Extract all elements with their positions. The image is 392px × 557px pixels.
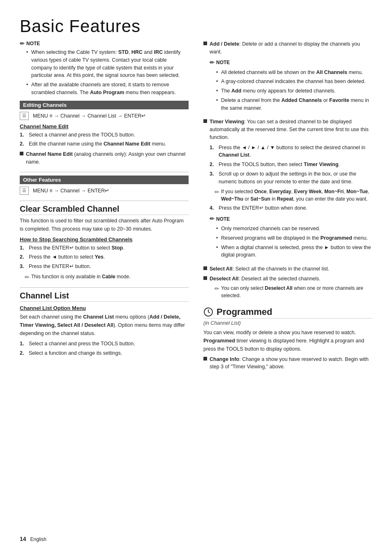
in-channel-list: (in Channel List) [203,320,372,326]
note-icon-timer: ✏ [214,188,219,196]
timer-viewing-step4: 4.Press the ENTER↵ button when done. [210,204,372,212]
clock-icon [203,307,213,317]
programmed-body: You can view, modify or delete a show yo… [203,328,372,353]
add-delete-item: Add / Delete: Delete or add a channel to… [203,40,372,116]
timer-repeat-note: ✏ If you selected Once, Everyday, Every … [214,188,372,203]
timer-viewing-steps: 1.Press the ◄ / ► / ▲ / ▼ buttons to sel… [210,144,372,186]
stop-step-1: 1.Press the ENTER↵ button to select Stop… [20,244,189,252]
divider-2 [20,201,189,201]
cable-mode-note: ✏ This function is only available in Cab… [25,273,189,282]
editing-channels-menu: ☰ MENU ≡ → Channel → Channel List → ENTE… [20,112,189,120]
tv-step-2: 2.Press the TOOLS button, then select Ti… [210,161,372,169]
square-bullet-select-all [203,266,207,270]
tv-step-3: 3.Scroll up or down to adjust the settin… [210,170,372,186]
timer-note-block: ✏ NOTE Only memorized channels can be re… [210,215,372,259]
stop-scrambled-heading: How to Stop Searching Scrambled Channels [20,236,189,243]
timer-note-1: Only memorized channels can be reserved. [216,225,372,233]
menu-icon: ☰ [20,112,29,120]
add-delete-note-label: ✏ NOTE [210,58,372,67]
square-bullet-timer [203,119,207,123]
note-item-1: When selecting the Cable TV system: STD,… [26,49,189,79]
change-info-item: Change Info: Change a show you have rese… [203,356,372,371]
step-2: 2.Edit the channel name using the Channe… [20,140,189,148]
note-pencil-icon: ✏ [20,40,25,47]
note-item-2: After all the available channels are sto… [26,81,189,97]
deselect-all-item: Deselect All: Deselect all the selected … [203,275,372,301]
deselect-note: ✏ You can only select Deselect All when … [214,284,372,299]
add-delete-note-2: A gray-colored channel indicates the cha… [216,78,372,86]
channel-list-steps: 1.Select a channel and press the TOOLS b… [20,340,189,357]
timer-note-3: When a digital channel is selected, pres… [216,244,372,259]
page-title: Basic Features [20,16,372,36]
page-footer: 14 English [20,536,46,542]
add-delete-note-list: All deleted channels will be shown on th… [210,69,372,112]
note-icon-add-delete: ✏ [210,58,214,67]
select-all-item: Select All: Select all the channels in t… [203,265,372,273]
clear-scrambled-body: This function is used to filter out scra… [20,217,189,233]
channel-name-edit-steps: 1.Select a channel and press the TOOLS b… [20,131,189,148]
add-delete-note-4: Delete a channel from the Added Channels… [216,97,372,112]
stop-step-3: 3.Press the ENTER↵ button. [20,263,189,270]
note-icon-inline: ✏ [25,273,30,282]
timer-note-2: Reserved programs will be displayed in t… [216,234,372,242]
add-delete-note-3: The Add menu only appears for deleted ch… [216,87,372,95]
channel-list-title: Channel List [20,291,189,302]
programmed-title: Programmed [203,307,372,319]
channel-list-step-1: 1.Select a channel and press the TOOLS b… [20,340,189,348]
timer-note-list: Only memorized channels can be reserved.… [210,225,372,259]
channel-list-option-heading: Channel List Option Menu [20,305,189,311]
timer-viewing-item: Timer Viewing: You can set a desired cha… [203,118,372,263]
step-1: 1.Select a channel and press the TOOLS b… [20,131,189,139]
left-column: ✏ NOTE When selecting the Cable TV syste… [20,40,189,373]
square-bullet-icon [20,152,23,155]
channel-list-body: Set each channel using the Channel List … [20,313,189,337]
add-delete-note: ✏ NOTE All deleted channels will be show… [210,58,372,112]
note-list: When selecting the Cable TV system: STD,… [20,49,189,97]
tv-step-1: 1.Press the ◄ / ► / ▲ / ▼ buttons to sel… [210,144,372,159]
channel-name-edit-bullet: Channel Name Edit (analog channels only)… [20,150,189,166]
square-bullet-change-info [203,357,207,361]
divider-1 [20,172,189,172]
add-delete-note-1: All deleted channels will be shown on th… [216,69,372,76]
clear-scrambled-title: Clear Scrambled Channel [20,204,189,215]
stop-step-2: 2.Press the ◄ button to select Yes. [20,253,189,261]
other-features-menu: ☰ MENU ≡ → Channel → ENTER↵ [20,187,189,195]
channel-list-step-2: 2.Select a function and change its setti… [20,349,189,357]
note-label: ✏ NOTE [20,40,189,47]
square-bullet-deselect-all [203,276,207,280]
note-icon-timer2: ✏ [210,215,214,223]
square-bullet-add-delete [203,42,207,45]
note-icon-deselect: ✏ [214,284,219,293]
right-column: Add / Delete: Delete or add a channel to… [203,40,372,373]
channel-name-edit-heading: Channel Name Edit [20,123,189,129]
tv-step-4: 4.Press the ENTER↵ button when done. [210,204,372,212]
top-note-block: ✏ NOTE When selecting the Cable TV syste… [20,40,189,97]
editing-channels-heading: Editing Channels [20,101,189,109]
stop-scrambled-steps: 1.Press the ENTER↵ button to select Stop… [20,244,189,270]
menu-icon-2: ☰ [20,187,29,195]
timer-note-label: ✏ NOTE [210,215,372,223]
other-features-heading: Other Features [20,176,189,184]
divider-3 [20,287,189,288]
